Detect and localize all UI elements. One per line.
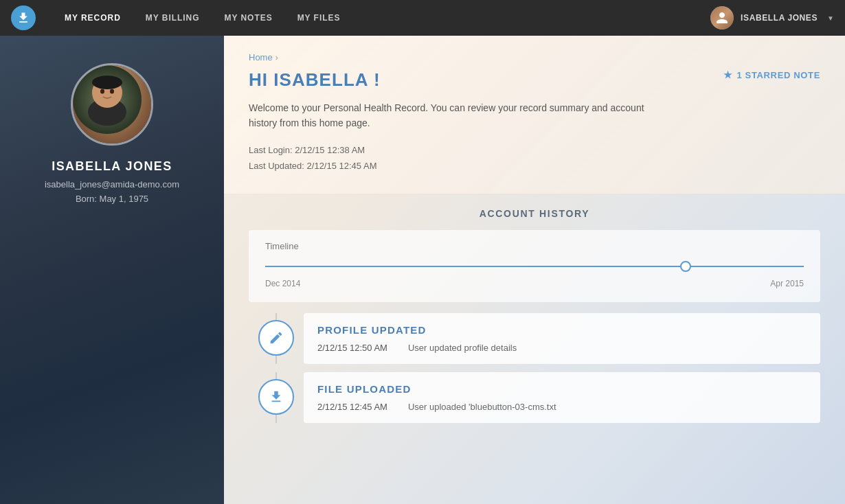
nav-avatar-image xyxy=(710,6,734,30)
profile-name: ISABELLA JONES xyxy=(52,159,172,174)
history-icon-col-1 xyxy=(249,313,304,356)
nav-user-menu[interactable]: ISABELLA JONES ▼ xyxy=(710,6,834,30)
profile-dob: Born: May 1, 1975 xyxy=(76,194,148,204)
timeline-card: Timeline Dec 2014 Apr 2015 xyxy=(249,230,820,302)
sidebar: ISABELLA JONES isabella_jones@amida-demo… xyxy=(0,36,224,504)
nav-my-notes[interactable]: MY NOTES xyxy=(212,0,284,36)
timeline-end-date: Apr 2015 xyxy=(770,279,804,288)
main-content: ISABELLA JONES isabella_jones@amida-demo… xyxy=(0,36,845,504)
welcome-description: Welcome to your Personal Health Record. … xyxy=(249,100,661,131)
svg-point-7 xyxy=(92,76,122,89)
starred-note-label: 1 STARRED NOTE xyxy=(736,70,820,80)
breadcrumb-separator: › xyxy=(275,53,278,62)
profile-email: isabella_jones@amida-demo.com xyxy=(45,179,179,190)
navigation: MY RECORD MY BILLING MY NOTES MY FILES I… xyxy=(0,0,845,36)
meta-info: Last Login: 2/12/15 12:38 AM Last Update… xyxy=(249,142,820,174)
breadcrumb-home[interactable]: Home xyxy=(249,52,273,62)
file-uploaded-card: FILE UPLOADED 2/12/15 12:45 AM User uplo… xyxy=(304,372,820,423)
history-item-file-uploaded: FILE UPLOADED 2/12/15 12:45 AM User uplo… xyxy=(249,372,820,423)
file-uploaded-title: FILE UPLOADED xyxy=(317,383,807,395)
profile-updated-desc: User updated profile details xyxy=(408,343,517,353)
account-history-title: ACCOUNT HISTORY xyxy=(249,208,820,219)
star-icon: ★ xyxy=(723,69,733,80)
file-uploaded-desc: User uploaded 'bluebutton-03-cms.txt xyxy=(408,402,556,412)
profile-updated-title: PROFILE UPDATED xyxy=(317,324,807,336)
profile-updated-icon xyxy=(258,320,294,356)
profile-updated-card: PROFILE UPDATED 2/12/15 12:50 AM User up… xyxy=(304,313,820,364)
last-updated: Last Updated: 2/12/15 12:45 AM xyxy=(249,158,820,174)
timeline-label: Timeline xyxy=(265,241,804,251)
file-uploaded-body: 2/12/15 12:45 AM User uploaded 'bluebutt… xyxy=(317,402,807,412)
file-uploaded-date: 2/12/15 12:45 AM xyxy=(317,402,387,412)
file-uploaded-icon xyxy=(258,379,294,415)
profile-avatar-container xyxy=(71,63,153,146)
history-items: PROFILE UPDATED 2/12/15 12:50 AM User up… xyxy=(249,302,820,423)
profile-avatar xyxy=(73,65,151,144)
account-history: ACCOUNT HISTORY Timeline Dec 2014 Apr 20… xyxy=(224,194,845,423)
nav-my-files[interactable]: MY FILES xyxy=(285,0,353,36)
history-item-profile-updated: PROFILE UPDATED 2/12/15 12:50 AM User up… xyxy=(249,313,820,364)
svg-point-5 xyxy=(100,89,104,94)
timeline-dot[interactable] xyxy=(680,261,691,272)
nav-links: MY RECORD MY BILLING MY NOTES MY FILES xyxy=(52,0,710,36)
nav-my-billing[interactable]: MY BILLING xyxy=(133,0,212,36)
last-login: Last Login: 2/12/15 12:38 AM xyxy=(249,142,820,158)
welcome-section: Home › HI ISABELLA ! ★ 1 STARRED NOTE We… xyxy=(224,36,845,194)
profile-updated-body: 2/12/15 12:50 AM User updated profile de… xyxy=(317,343,807,353)
nav-username: ISABELLA JONES xyxy=(741,13,818,23)
content-area: Home › HI ISABELLA ! ★ 1 STARRED NOTE We… xyxy=(224,36,845,504)
timeline-dates: Dec 2014 Apr 2015 xyxy=(265,279,804,288)
nav-my-record[interactable]: MY RECORD xyxy=(52,0,133,36)
svg-point-6 xyxy=(110,89,114,94)
welcome-header: HI ISABELLA ! ★ 1 STARRED NOTE xyxy=(249,69,820,91)
timeline-track[interactable] xyxy=(265,260,804,273)
breadcrumb: Home › xyxy=(249,52,820,62)
logo[interactable] xyxy=(11,5,36,30)
history-icon-col-2 xyxy=(249,372,304,415)
nav-avatar xyxy=(710,6,734,30)
profile-updated-date: 2/12/15 12:50 AM xyxy=(317,343,387,353)
timeline-line xyxy=(265,266,804,267)
nav-dropdown-icon: ▼ xyxy=(827,14,834,22)
timeline-start-date: Dec 2014 xyxy=(265,279,300,288)
starred-note[interactable]: ★ 1 STARRED NOTE xyxy=(723,69,820,80)
welcome-title: HI ISABELLA ! xyxy=(249,69,381,91)
